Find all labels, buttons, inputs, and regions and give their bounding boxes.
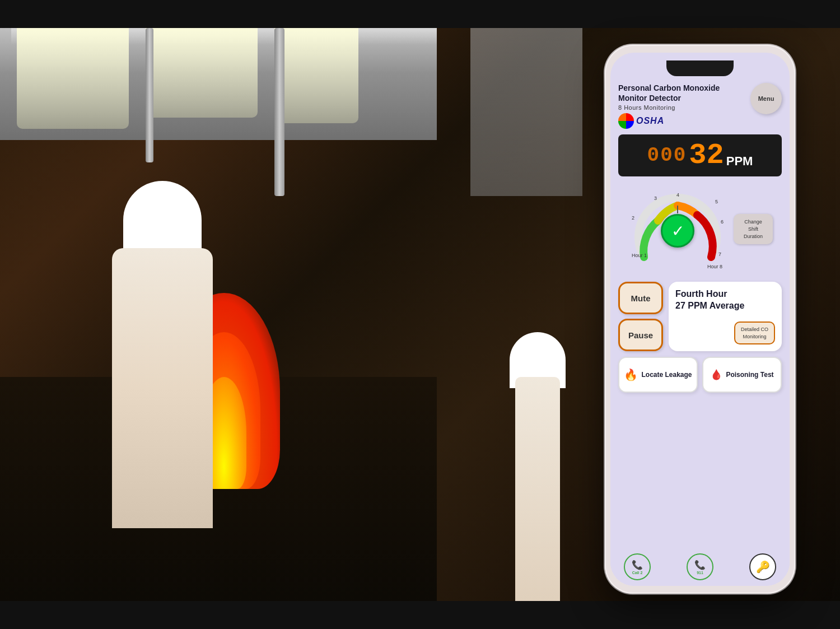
detail-co-button[interactable]: Detailed CO Monitoring: [734, 322, 775, 344]
gauge-label-hour8: Hour 8: [707, 264, 722, 269]
chef-hat: [123, 181, 202, 259]
chef-body: [112, 248, 213, 528]
black-bar-top: [0, 0, 840, 28]
phone-icon-1: 📞: [632, 560, 643, 570]
osha-text: OSHA: [636, 116, 664, 126]
black-bar-bottom: [0, 601, 840, 629]
button-stack: Mute Pause: [618, 282, 663, 351]
person-right: [504, 321, 571, 601]
controls-section: Mute Pause Fourth Hour 27 PPM Average De…: [618, 282, 782, 351]
gauge-label-5: 5: [715, 199, 718, 204]
change-shift-line3: Duration: [744, 234, 763, 239]
ppm-unit: PPM: [726, 154, 753, 169]
mute-button[interactable]: Mute: [618, 282, 663, 314]
detail-co-line2: Monitoring: [743, 334, 766, 339]
pipe-1: [274, 28, 284, 196]
ppm-number: 32: [689, 139, 724, 172]
phone-frame: Personal Carbon Monoxide Monitor Detecto…: [605, 45, 795, 594]
ppm-zeros: 000: [647, 144, 687, 167]
flame-icon: 🔥: [624, 368, 638, 381]
locate-leakage-button[interactable]: 🔥 Locate Leakage: [618, 357, 698, 393]
gauge-section: Hour 1 2 3 4 5 6 7 Hour 8 ✓ Change: [618, 182, 782, 276]
app-title-line2: Monitor Detector: [618, 94, 681, 102]
ceiling-light-3: [274, 28, 358, 123]
osha-logo: OSHA: [618, 113, 746, 129]
gauge-label-hour1: Hour 1: [632, 253, 647, 258]
call-2-label: Call 2: [632, 571, 643, 575]
poisoning-test-button[interactable]: 🩸 Poisoning Test: [702, 357, 782, 393]
pipe-2: [146, 28, 153, 162]
gauge-label-7: 7: [718, 251, 721, 257]
info-title-line1: Fourth Hour: [675, 289, 727, 299]
action-buttons: 🔥 Locate Leakage 🩸 Poisoning Test: [618, 357, 782, 393]
gauge-container: Hour 1 2 3 4 5 6 7 Hour 8 ✓: [627, 184, 728, 274]
app-title-area: Personal Carbon Monoxide Monitor Detecto…: [618, 83, 746, 129]
info-title-line2: 27 PPM Average: [675, 301, 744, 310]
phone-screen: Personal Carbon Monoxide Monitor Detecto…: [610, 53, 790, 586]
person-right-body: [515, 377, 560, 601]
bottom-controls: 📞 Call 2 📞 911 🔑: [618, 553, 782, 580]
phone-mockup: Personal Carbon Monoxide Monitor Detecto…: [605, 45, 795, 594]
change-shift-line1: Change: [744, 219, 762, 225]
chef-silhouette: [90, 181, 246, 528]
app-header: Personal Carbon Monoxide Monitor Detecto…: [618, 83, 782, 129]
info-card: Fourth Hour 27 PPM Average Detailed CO M…: [669, 282, 782, 351]
key-button[interactable]: 🔑: [749, 553, 776, 580]
app-subtitle: 8 Hours Monitoring: [618, 104, 746, 111]
gauge-label-2: 2: [632, 215, 634, 221]
gauge-label-4: 4: [676, 192, 679, 198]
locate-leakage-label: Locate Leakage: [641, 371, 692, 379]
app-title-line1: Personal Carbon Monoxide: [618, 83, 720, 92]
phone-notch: [666, 60, 734, 76]
gauge-label-6: 6: [721, 219, 724, 225]
menu-button[interactable]: Menu: [750, 83, 782, 114]
gauge-label-3: 3: [654, 195, 657, 201]
ceiling-light-1: [17, 28, 129, 129]
ppm-display: 000 32 PPM: [618, 134, 782, 176]
gauge-check-icon: ✓: [661, 214, 694, 248]
poisoning-test-label: Poisoning Test: [726, 371, 773, 379]
ceiling-light-2: [146, 28, 258, 118]
call-911-label: 911: [697, 571, 703, 575]
call-2-button[interactable]: 📞 Call 2: [624, 553, 651, 580]
pause-button[interactable]: Pause: [618, 319, 663, 351]
change-shift-button[interactable]: Change Shift Duration: [734, 214, 773, 244]
kitchen-cabinets: [470, 28, 582, 196]
change-shift-line2: Shift: [748, 226, 758, 232]
osha-circle-icon: [618, 113, 634, 129]
screen-content: Personal Carbon Monoxide Monitor Detecto…: [610, 76, 790, 586]
phone-icon-2: 📞: [694, 560, 706, 570]
call-911-button[interactable]: 📞 911: [687, 553, 713, 580]
detail-co-line1: Detailed CO: [741, 327, 768, 332]
info-card-title: Fourth Hour 27 PPM Average: [675, 288, 744, 312]
key-icon: 🔑: [756, 560, 770, 574]
blood-drop-icon: 🩸: [710, 369, 722, 381]
app-title: Personal Carbon Monoxide Monitor Detecto…: [618, 83, 746, 103]
